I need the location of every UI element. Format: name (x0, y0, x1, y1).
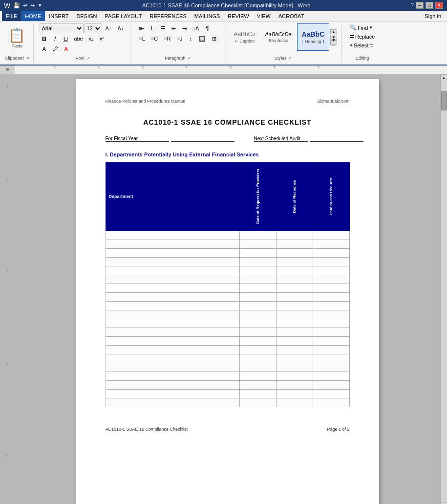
menu-item-view[interactable]: VIEW (253, 11, 275, 21)
date-response-cell[interactable] (276, 363, 313, 372)
minimize-button[interactable]: ─ (416, 2, 424, 9)
date-request-cell[interactable] (239, 231, 276, 240)
font-size-select[interactable]: 12 (85, 23, 102, 33)
date-2nd-cell[interactable] (313, 336, 349, 345)
find-button[interactable]: 🔍 Find ▼ (347, 23, 377, 32)
date-request-cell[interactable] (239, 336, 276, 345)
menu-item-page-layout[interactable]: PAGE LAYOUT (101, 11, 146, 21)
shrink-font-button[interactable]: A↓ (115, 23, 126, 33)
date-2nd-cell[interactable] (313, 257, 349, 266)
style-emphasis[interactable]: AaBbCcDa Emphasis (260, 23, 296, 51)
date-response-cell[interactable] (276, 372, 313, 380)
menu-item-references[interactable]: REFERENCES (146, 11, 191, 21)
date-request-cell[interactable] (239, 248, 276, 257)
superscript-button[interactable]: x² (97, 34, 106, 44)
date-response-cell[interactable] (276, 257, 313, 266)
date-response-cell[interactable] (276, 319, 313, 328)
menu-item-design[interactable]: DESIGN (72, 11, 101, 21)
menu-item-acrobat[interactable]: ACROBAT (275, 11, 308, 21)
help-icon[interactable]: ? (410, 2, 414, 9)
date-request-cell[interactable] (239, 292, 276, 301)
menu-item-file[interactable]: FILE (2, 11, 21, 21)
date-response-cell[interactable] (276, 266, 313, 275)
date-response-cell[interactable] (276, 389, 313, 398)
grow-font-button[interactable]: A↑ (103, 23, 114, 33)
subscript-button[interactable]: x₂ (86, 34, 96, 44)
dept-cell[interactable] (106, 398, 239, 407)
styles-scroll-up[interactable]: ▲ (330, 29, 337, 34)
underline-button[interactable]: U (61, 34, 71, 44)
date-response-cell[interactable] (276, 248, 313, 257)
date-response-cell[interactable] (276, 336, 313, 345)
align-center-button[interactable]: ≡C (149, 34, 160, 44)
date-2nd-cell[interactable] (313, 240, 349, 248)
style-caption[interactable]: AaBbCc ↵ Caption (229, 23, 259, 51)
date-2nd-cell[interactable] (313, 380, 349, 389)
line-spacing-button[interactable]: ↕ (186, 34, 195, 44)
redo-btn[interactable]: ↪ (30, 2, 35, 9)
dept-cell[interactable] (106, 301, 239, 310)
date-2nd-cell[interactable] (313, 319, 349, 328)
date-2nd-cell[interactable] (313, 231, 349, 240)
dept-cell[interactable] (106, 284, 239, 292)
date-request-cell[interactable] (239, 372, 276, 380)
date-request-cell[interactable] (239, 319, 276, 328)
borders-button[interactable]: ⊞ (209, 34, 219, 44)
date-request-cell[interactable] (239, 310, 276, 319)
date-request-cell[interactable] (239, 380, 276, 389)
date-request-cell[interactable] (239, 284, 276, 292)
date-request-cell[interactable] (239, 266, 276, 275)
dept-cell[interactable] (106, 336, 239, 345)
date-response-cell[interactable] (276, 284, 313, 292)
date-2nd-cell[interactable] (313, 345, 349, 354)
date-2nd-cell[interactable] (313, 284, 349, 292)
date-request-cell[interactable] (239, 257, 276, 266)
date-response-cell[interactable] (276, 240, 313, 248)
menu-item-insert[interactable]: INSERT (45, 11, 72, 21)
highlight-button[interactable]: 🖊 (50, 44, 61, 54)
dept-cell[interactable] (106, 354, 239, 363)
scroll-up-arrow[interactable]: ▲ (441, 74, 447, 81)
text-effects-button[interactable]: A (40, 44, 49, 54)
date-request-cell[interactable] (239, 363, 276, 372)
date-2nd-cell[interactable] (313, 328, 349, 336)
maximize-button[interactable]: □ (426, 2, 433, 9)
date-2nd-cell[interactable] (313, 354, 349, 363)
sign-in-button[interactable]: Sign in (421, 11, 445, 21)
dept-cell[interactable] (106, 319, 239, 328)
customize-btn[interactable]: ▼ (38, 3, 42, 8)
date-request-cell[interactable] (239, 389, 276, 398)
increase-indent-button[interactable]: ⇥ (180, 23, 190, 33)
dept-cell[interactable] (106, 372, 239, 380)
styles-expand-icon[interactable]: ↗ (288, 56, 292, 61)
menu-item-mailings[interactable]: MAILINGS (191, 11, 224, 21)
justify-button[interactable]: ≡J (174, 34, 185, 44)
font-family-select[interactable]: Arial (40, 23, 84, 33)
date-response-cell[interactable] (276, 275, 313, 284)
menu-item-home[interactable]: HOME (21, 11, 45, 21)
scrollbar-right[interactable]: ▲ ▼ (440, 74, 447, 504)
date-request-cell[interactable] (239, 354, 276, 363)
show-para-button[interactable]: ¶ (202, 23, 212, 33)
date-2nd-cell[interactable] (313, 266, 349, 275)
date-response-cell[interactable] (276, 292, 313, 301)
replace-button[interactable]: ⇄ Replace (347, 32, 377, 41)
sort-button[interactable]: ↕A (191, 23, 202, 33)
date-request-cell[interactable] (239, 301, 276, 310)
date-response-cell[interactable] (276, 354, 313, 363)
para-expand-icon[interactable]: ↗ (187, 56, 191, 61)
dept-cell[interactable] (106, 345, 239, 354)
dept-cell[interactable] (106, 328, 239, 336)
date-2nd-cell[interactable] (313, 363, 349, 372)
align-right-button[interactable]: ≡R (161, 34, 173, 44)
dept-cell[interactable] (106, 310, 239, 319)
dept-cell[interactable] (106, 231, 239, 240)
align-left-button[interactable]: ≡L (136, 34, 148, 44)
scroll-thumb[interactable] (441, 91, 447, 110)
date-request-cell[interactable] (239, 398, 276, 407)
dept-cell[interactable] (106, 257, 239, 266)
date-2nd-cell[interactable] (313, 248, 349, 257)
menu-item-review[interactable]: REVIEW (224, 11, 253, 21)
date-2nd-cell[interactable] (313, 372, 349, 380)
date-response-cell[interactable] (276, 345, 313, 354)
